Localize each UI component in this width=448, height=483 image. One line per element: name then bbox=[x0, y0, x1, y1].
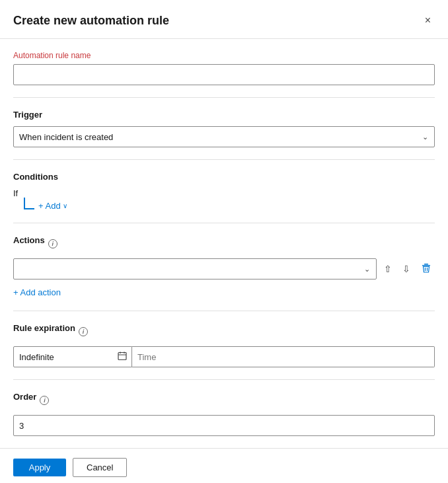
action-delete-icon bbox=[421, 263, 431, 276]
conditions-label: Conditions bbox=[13, 172, 435, 182]
order-label-row: Order i bbox=[13, 392, 435, 408]
expiration-date-input[interactable] bbox=[13, 346, 132, 367]
tree-line bbox=[24, 198, 34, 209]
order-label: Order bbox=[13, 392, 36, 402]
rule-expiration-info-icon: i bbox=[79, 327, 88, 336]
dialog-footer: Apply Cancel bbox=[0, 448, 448, 483]
conditions-if-label: If bbox=[13, 188, 435, 198]
actions-label-row: Actions i bbox=[13, 235, 435, 252]
create-automation-rule-dialog: Create new automation rule × Automation … bbox=[0, 0, 448, 483]
conditions-section: Conditions If + Add ∨ bbox=[13, 160, 435, 223]
rule-expiration-label: Rule expiration bbox=[13, 323, 75, 333]
add-action-row: + Add action bbox=[13, 286, 435, 299]
order-section: Order i bbox=[13, 380, 435, 448]
svg-rect-1 bbox=[422, 265, 430, 266]
dialog-header: Create new automation rule × bbox=[0, 0, 448, 38]
apply-button[interactable]: Apply bbox=[13, 459, 66, 476]
action-delete-button[interactable] bbox=[418, 260, 435, 278]
trigger-select[interactable]: When incident is created When incident i… bbox=[13, 126, 435, 147]
dialog-body: Automation rule name Trigger When incide… bbox=[0, 39, 448, 448]
order-input[interactable] bbox=[13, 415, 435, 436]
actions-section: Actions i ⌄ ⇧ ⇩ bbox=[13, 223, 435, 311]
action-move-up-button[interactable]: ⇧ bbox=[381, 261, 395, 277]
add-condition-label: + Add bbox=[38, 201, 61, 211]
action-move-down-button[interactable]: ⇩ bbox=[399, 261, 414, 277]
automation-rule-name-label: Automation rule name bbox=[13, 51, 435, 60]
svg-rect-0 bbox=[424, 264, 428, 265]
dialog-title: Create new automation rule bbox=[13, 14, 169, 28]
actions-row: ⌄ ⇧ ⇩ bbox=[13, 258, 435, 279]
add-condition-chevron-icon: ∨ bbox=[63, 202, 67, 209]
expiration-row bbox=[13, 346, 435, 367]
trigger-select-wrapper: When incident is created When incident i… bbox=[13, 126, 435, 147]
trigger-label: Trigger bbox=[13, 110, 435, 120]
action-up-icon: ⇧ bbox=[384, 264, 392, 274]
expiration-time-input[interactable] bbox=[132, 346, 435, 367]
actions-info-icon: i bbox=[48, 239, 57, 248]
action-select[interactable] bbox=[13, 258, 377, 279]
automation-rule-name-section: Automation rule name bbox=[13, 39, 435, 98]
rule-expiration-section: Rule expiration i bbox=[13, 311, 435, 380]
add-condition-button[interactable]: + Add ∨ bbox=[38, 201, 67, 211]
expiration-date-wrapper bbox=[13, 346, 132, 367]
add-condition-row: + Add ∨ bbox=[13, 201, 435, 211]
add-action-label: + Add action bbox=[13, 287, 61, 297]
rule-expiration-label-row: Rule expiration i bbox=[13, 323, 435, 340]
actions-label: Actions bbox=[13, 235, 45, 245]
action-down-icon: ⇩ bbox=[402, 264, 410, 274]
cancel-button[interactable]: Cancel bbox=[73, 458, 127, 477]
close-button[interactable]: × bbox=[421, 12, 435, 29]
trigger-section: Trigger When incident is created When in… bbox=[13, 98, 435, 160]
action-select-wrapper: ⌄ bbox=[13, 258, 377, 279]
add-action-button[interactable]: + Add action bbox=[13, 286, 61, 299]
order-info-icon: i bbox=[40, 396, 49, 405]
automation-rule-name-input[interactable] bbox=[13, 64, 435, 85]
